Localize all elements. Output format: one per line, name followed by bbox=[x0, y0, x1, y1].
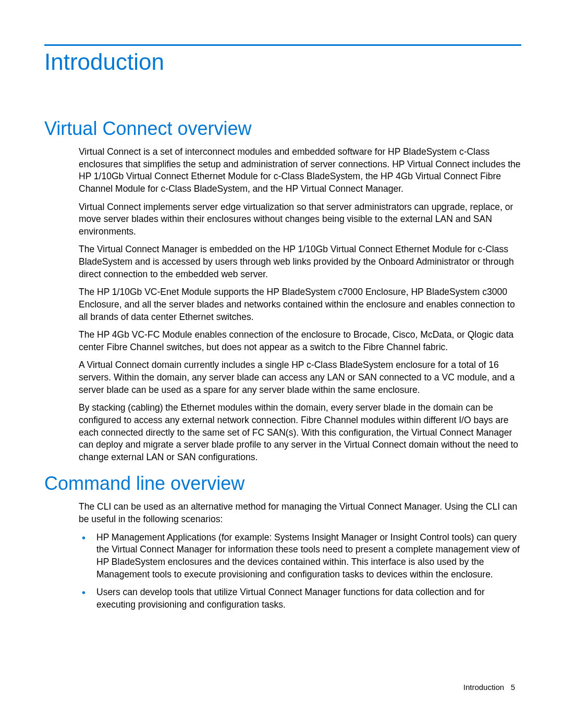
list-item: HP Management Applications (for example:… bbox=[79, 532, 521, 581]
list-item: Users can develop tools that utilize Vir… bbox=[79, 586, 521, 611]
document-page: Introduction Virtual Connect overview Vi… bbox=[0, 0, 563, 648]
chapter-rule bbox=[44, 44, 521, 46]
paragraph: Virtual Connect implements server edge v… bbox=[79, 201, 521, 238]
paragraph: The HP 1/10Gb VC-Enet Module supports th… bbox=[79, 286, 521, 323]
paragraph: The CLI can be used as an alternative me… bbox=[79, 501, 521, 525]
section-body-cli-overview: The CLI can be used as an alternative me… bbox=[79, 501, 521, 525]
section-title-vc-overview: Virtual Connect overview bbox=[44, 118, 521, 140]
page-footer: Introduction 5 bbox=[463, 683, 515, 692]
paragraph: Virtual Connect is a set of interconnect… bbox=[79, 146, 521, 195]
paragraph: By stacking (cabling) the Ethernet modul… bbox=[79, 402, 521, 463]
paragraph: The HP 4Gb VC-FC Module enables connecti… bbox=[79, 329, 521, 353]
section-title-cli-overview: Command line overview bbox=[44, 473, 521, 495]
footer-section: Introduction bbox=[463, 683, 504, 692]
chapter-title: Introduction bbox=[44, 49, 521, 75]
footer-page-number: 5 bbox=[511, 683, 515, 692]
bullet-list: HP Management Applications (for example:… bbox=[79, 532, 521, 611]
section-body-vc-overview: Virtual Connect is a set of interconnect… bbox=[79, 146, 521, 463]
paragraph: The Virtual Connect Manager is embedded … bbox=[79, 243, 521, 280]
paragraph: A Virtual Connect domain currently inclu… bbox=[79, 359, 521, 396]
